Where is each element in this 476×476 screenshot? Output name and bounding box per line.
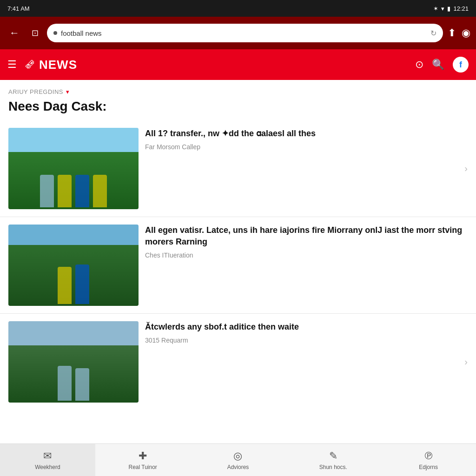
section-title: Nees Dag Cask: xyxy=(0,97,476,120)
bottom-nav: ✉ Weekherd ✚ Real Tuinor ◎ Adviores ✎ Sh… xyxy=(0,443,476,476)
status-time-left: 7:41 AM xyxy=(7,5,30,12)
status-bar-right: ✶ ▾ ▮ 12:21 xyxy=(433,5,469,12)
news-source-1: Far Morsom Callep xyxy=(145,143,458,151)
app-header: ☰ 🗞 NEWS ⊙ 🔍 f xyxy=(0,49,476,80)
news-arrow-3: › xyxy=(464,357,468,367)
news-item-2[interactable]: All egen vatisr. Latce, uns ih hare iajo… xyxy=(0,217,476,313)
news-source-2: Ches ITIueration xyxy=(145,251,468,259)
news-content-1: All 1? transfer., nw ✦dd the ɑalaesl all… xyxy=(145,128,458,151)
nav-item-weekherd[interactable]: ✉ Weekherd xyxy=(0,444,95,476)
player-8 xyxy=(75,368,89,401)
player-7 xyxy=(58,366,72,401)
nav-item-adviores[interactable]: ◎ Adviores xyxy=(191,444,286,476)
category-arrow-icon: ▾ xyxy=(66,88,69,95)
category-text: ARIUY PREGDINS xyxy=(8,88,63,95)
status-time-right: 12:21 xyxy=(453,5,469,12)
nav-label-adviores: Adviores xyxy=(227,464,249,470)
player-5 xyxy=(58,267,72,304)
app-header-right: ⊙ 🔍 f xyxy=(415,57,469,73)
logo-icon: 🗞 xyxy=(24,58,35,71)
news-thumbnail-3 xyxy=(8,321,139,403)
browser-address-bar[interactable]: football news ↻ xyxy=(47,24,443,42)
nav-item-edjorns[interactable]: ℗ Edjorns xyxy=(381,444,476,476)
nav-label-realtuinor: Real Tuinor xyxy=(129,464,157,470)
address-text: football news xyxy=(61,29,427,37)
news-title-1: All 1? transfer., nw ✦dd the ɑalaesl all… xyxy=(145,128,458,139)
player-2 xyxy=(58,175,72,207)
nav-item-shunhocs[interactable]: ✎ Shun hocs. xyxy=(285,444,381,476)
nav-icon-shunhocs: ✎ xyxy=(329,450,337,462)
nav-label-weekherd: Weekherd xyxy=(35,464,60,470)
nav-item-realtuinor[interactable]: ✚ Real Tuinor xyxy=(95,444,191,476)
app-logo: 🗞 NEWS xyxy=(24,58,77,72)
status-battery-icon: ▮ xyxy=(447,5,450,12)
hamburger-button[interactable]: ☰ xyxy=(7,59,17,71)
secure-indicator xyxy=(53,31,57,35)
news-item[interactable]: All 1? transfer., nw ✦dd the ɑalaesl all… xyxy=(0,120,476,217)
nav-icon-realtuinor: ✚ xyxy=(139,450,147,462)
content-area: ARIUY PREGDINS ▾ Nees Dag Cask: All 1? t… xyxy=(0,80,476,443)
thumbnail-image-1 xyxy=(8,128,139,209)
news-item-3[interactable]: Ătcwlerds any sbof.t aditice then waite … xyxy=(0,313,476,410)
news-content-3: Ătcwlerds any sbof.t aditice then waite … xyxy=(145,321,458,344)
status-wifi-icon: ▾ xyxy=(441,5,444,12)
news-source-3: 3015 Requarm xyxy=(145,337,458,344)
account-button[interactable]: ◉ xyxy=(462,27,470,39)
browser-bar: ← ⊡ football news ↻ ⬆ ◉ xyxy=(0,17,476,49)
news-list: All 1? transfer., nw ✦dd the ɑalaesl all… xyxy=(0,120,476,410)
browser-tab-button[interactable]: ⊡ xyxy=(28,26,42,40)
browser-back-button[interactable]: ← xyxy=(6,25,23,41)
news-content-2: All egen vatisr. Latce, uns ih hare iajo… xyxy=(145,225,468,259)
browser-actions: ⬆ ◉ xyxy=(448,27,470,39)
thumbnail-image-3 xyxy=(8,321,139,403)
nav-icon-edjorns: ℗ xyxy=(423,450,434,462)
status-bar: 7:41 AM ✶ ▾ ▮ 12:21 xyxy=(0,0,476,17)
logo-text: NEWS xyxy=(39,58,77,72)
news-thumbnail-2 xyxy=(8,225,139,306)
nav-icon-adviores: ◎ xyxy=(233,450,242,462)
nav-label-edjorns: Edjorns xyxy=(419,464,438,470)
status-signal-icon: ✶ xyxy=(433,5,438,12)
player-4 xyxy=(93,175,107,207)
category-bar[interactable]: ARIUY PREGDINS ▾ xyxy=(0,80,476,97)
player-1 xyxy=(40,175,54,207)
camera-button[interactable]: ⊙ xyxy=(415,59,423,71)
app-header-left: ☰ 🗞 NEWS xyxy=(7,58,77,72)
player-6 xyxy=(75,264,89,304)
news-title-2: All egen vatisr. Latce, uns ih hare iajo… xyxy=(145,225,468,248)
news-title-3: Ătcwlerds any sbof.t aditice then waite xyxy=(145,321,458,333)
facebook-button[interactable]: f xyxy=(453,57,469,73)
nav-icon-weekherd: ✉ xyxy=(43,450,52,462)
news-thumbnail xyxy=(8,128,139,209)
player-3 xyxy=(75,175,89,207)
thumbnail-image-2 xyxy=(8,225,139,306)
nav-label-shunhocs: Shun hocs. xyxy=(319,464,347,470)
news-arrow-1: › xyxy=(464,163,468,174)
share-button[interactable]: ⬆ xyxy=(448,27,456,39)
refresh-icon: ↻ xyxy=(430,29,436,38)
search-button[interactable]: 🔍 xyxy=(432,59,444,71)
